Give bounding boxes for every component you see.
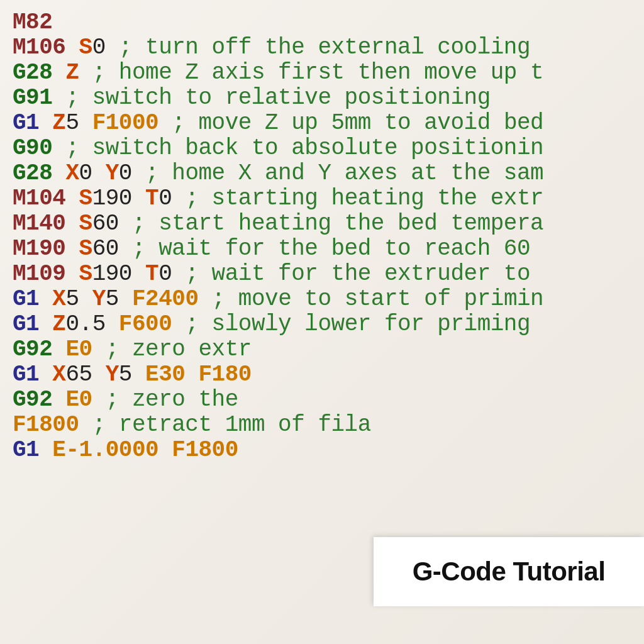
line-g1z5: G1 Z5 F1000 ; move Z up 5mm to avoid bed	[13, 112, 631, 135]
line-g1xy: G1 X5 Y5 F2400 ; move to start of primin	[13, 288, 631, 311]
line-m190: M190 S60 ; wait for the bed to reach 60	[13, 238, 631, 260]
tutorial-box: G-Code Tutorial	[374, 537, 644, 606]
line-m82: M82	[13, 11, 631, 34]
line-g1f: G1 E-1.0000 F1800	[13, 439, 631, 462]
line-g28z: G28 Z ; home Z axis first then move up t	[13, 62, 631, 84]
line-g28xy: G28 X0 Y0 ; home X and Y axes at the sam	[13, 162, 631, 185]
line-g92e0b: G92 E0 ; zero the	[13, 389, 631, 411]
line-m104: M104 S190 T0 ; starting heating the extr	[13, 187, 631, 210]
line-g91: G91 ; switch to relative positioning	[13, 87, 631, 109]
line-g90: G90 ; switch back to absolute positionin	[13, 137, 631, 160]
line-g1z0: G1 Z0.5 F600 ; slowly lower for priming	[13, 313, 631, 336]
line-g92e0: G92 E0 ; zero extr	[13, 338, 631, 361]
tutorial-label: G-Code Tutorial	[413, 557, 606, 587]
line-m106: M106 S0 ; turn off the external cooling	[13, 36, 631, 59]
line-m109: M109 S190 T0 ; wait for the extruder to	[13, 263, 631, 286]
line-retract: F1800 ; retract 1mm of fila	[13, 414, 631, 436]
line-m140: M140 S60 ; start heating the bed tempera	[13, 213, 631, 235]
line-g1x65: G1 X65 Y5 E30 F180	[13, 364, 631, 386]
